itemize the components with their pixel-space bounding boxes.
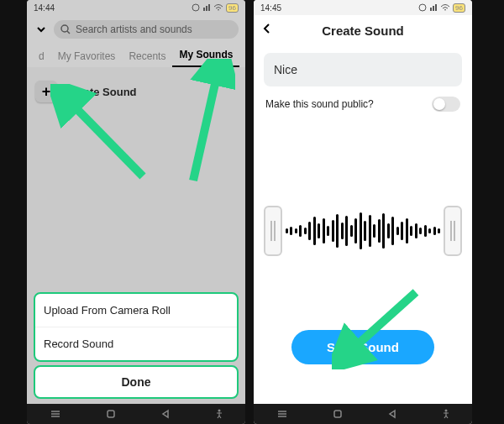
waveform-trimmer[interactable] xyxy=(264,207,462,254)
screenshot-left: 14:44 96 Search artists and sounds d My … xyxy=(27,0,245,424)
svg-point-1 xyxy=(61,25,68,32)
nav-back-icon[interactable] xyxy=(387,409,397,419)
back-button[interactable] xyxy=(260,22,274,39)
public-toggle-row: Make this sound public? xyxy=(265,97,460,112)
sheet-upload-camera-roll[interactable]: Upload From Camera Roll xyxy=(35,294,237,327)
trim-handle-right[interactable] xyxy=(444,206,462,256)
trim-handle-left[interactable] xyxy=(264,206,282,256)
android-navbar xyxy=(254,404,472,424)
tab-partial[interactable]: d xyxy=(32,45,51,67)
tab-my-favorites[interactable]: My Favorites xyxy=(51,45,123,67)
header: Create Sound xyxy=(254,15,472,46)
svg-rect-2 xyxy=(108,411,114,417)
search-row: Search artists and sounds xyxy=(27,15,245,44)
nav-recents-icon[interactable] xyxy=(276,409,288,419)
sound-list-body xyxy=(27,106,245,292)
svg-point-3 xyxy=(218,410,220,412)
status-icons: 96 xyxy=(418,3,465,13)
status-bar: 14:44 96 xyxy=(27,0,245,15)
tab-my-sounds[interactable]: My Sounds xyxy=(172,44,239,67)
search-icon xyxy=(60,24,71,34)
nav-back-icon[interactable] xyxy=(160,409,171,419)
nav-accessibility-icon[interactable] xyxy=(442,409,450,419)
battery-icon: 96 xyxy=(453,3,465,13)
status-icons: 96 xyxy=(192,3,239,13)
svg-rect-5 xyxy=(334,411,341,417)
save-sound-button[interactable]: Save Sound xyxy=(291,330,434,364)
status-time: 14:44 xyxy=(34,3,55,13)
svg-point-4 xyxy=(419,4,426,11)
sound-name-input[interactable]: Nice xyxy=(264,53,462,86)
nav-recents-icon[interactable] xyxy=(50,409,61,419)
public-toggle-label: Make this sound public? xyxy=(265,98,374,110)
nav-accessibility-icon[interactable] xyxy=(215,409,223,419)
android-navbar xyxy=(27,404,245,424)
status-bar: 14:45 96 xyxy=(254,0,472,15)
public-toggle[interactable] xyxy=(432,97,460,112)
sound-tabs: d My Favorites Recents My Sounds xyxy=(27,44,245,67)
nav-home-icon[interactable] xyxy=(333,409,343,419)
tab-recents[interactable]: Recents xyxy=(122,45,172,67)
nav-home-icon[interactable] xyxy=(106,409,116,419)
screenshot-right: 14:45 96 Create Sound Nice Make this sou… xyxy=(254,0,472,424)
waveform[interactable] xyxy=(282,207,444,254)
svg-point-0 xyxy=(192,4,199,11)
create-sound-label: Create Sound xyxy=(66,86,137,98)
sheet-record-sound[interactable]: Record Sound xyxy=(35,327,237,360)
chevron-down-icon[interactable] xyxy=(34,22,49,37)
status-time: 14:45 xyxy=(260,3,281,13)
battery-icon: 96 xyxy=(226,3,239,13)
sheet-done-button[interactable]: Done xyxy=(34,365,239,399)
action-sheet: Upload From Camera Roll Record Sound Don… xyxy=(27,292,245,404)
search-placeholder: Search artists and sounds xyxy=(76,24,192,35)
svg-point-6 xyxy=(444,410,447,412)
plus-icon[interactable]: + xyxy=(35,81,57,102)
page-title: Create Sound xyxy=(322,24,404,38)
create-sound-row[interactable]: + Create Sound xyxy=(35,77,237,106)
search-input[interactable]: Search artists and sounds xyxy=(54,20,239,39)
